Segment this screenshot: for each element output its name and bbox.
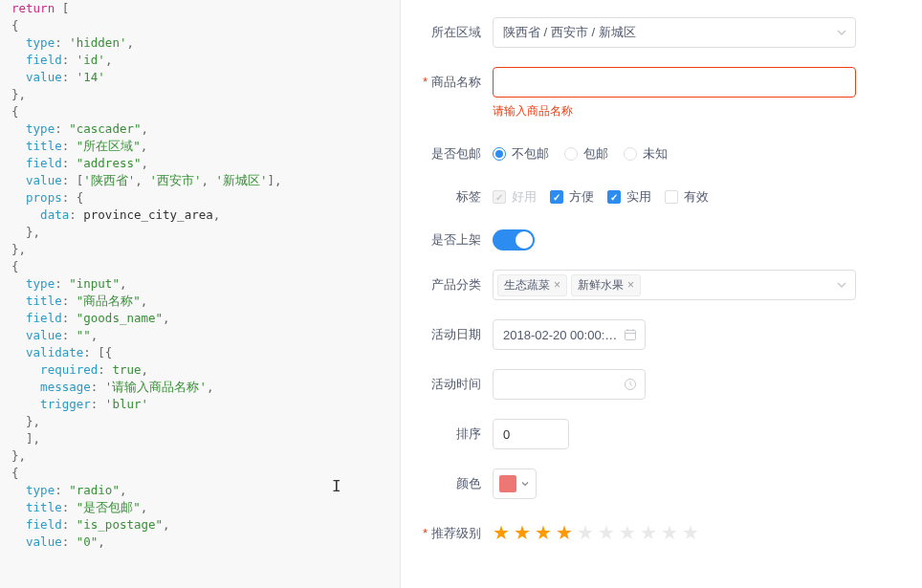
label-region: 所在区域 xyxy=(401,17,493,41)
radio-circle-icon xyxy=(493,147,506,161)
checkbox-label: 实用 xyxy=(626,188,651,206)
field-sort: 排序 0 xyxy=(401,419,899,449)
label-tags: 标签 xyxy=(401,182,493,206)
form-panel: 所在区域 陕西省 / 西安市 / 新城区 *商品名称 请输入商品名称 是否包邮 … xyxy=(401,0,922,588)
postage-radio-group: 不包邮包邮未知 xyxy=(493,139,899,163)
label-color: 颜色 xyxy=(401,468,493,492)
switch-knob xyxy=(516,231,533,249)
act-date-value: 2018-02-20 00:00:00 - xyxy=(503,328,618,342)
tags-checkbox-group: ✓好用✓方便✓实用有效 xyxy=(493,182,899,206)
field-region: 所在区域 陕西省 / 西安市 / 新城区 xyxy=(401,17,899,48)
field-act-date: 活动日期 2018-02-20 00:00:00 - xyxy=(401,319,899,350)
label-sort: 排序 xyxy=(401,419,493,443)
checkbox-label: 好用 xyxy=(512,188,537,206)
chevron-down-icon xyxy=(520,479,530,489)
star-2[interactable]: ★ xyxy=(514,521,531,544)
radio-label: 包邮 xyxy=(583,145,608,163)
star-6[interactable]: ★ xyxy=(598,521,615,544)
field-category: 产品分类 生态蔬菜×新鲜水果× xyxy=(401,270,899,300)
label-postage: 是否包邮 xyxy=(401,139,493,163)
radio-label: 未知 xyxy=(643,145,668,163)
checkbox-方便[interactable]: ✓方便 xyxy=(550,188,594,206)
label-category: 产品分类 xyxy=(401,270,493,294)
code-panel: return [{ type: 'hidden', field: 'id', v… xyxy=(0,0,400,588)
tag-label: 生态蔬菜 xyxy=(504,277,550,294)
chevron-down-icon xyxy=(836,27,847,38)
goods-name-input[interactable] xyxy=(493,67,856,98)
rate-stars[interactable]: ★★★★★★★★★★ xyxy=(493,518,899,544)
field-goods-name: *商品名称 请输入商品名称 xyxy=(401,67,899,120)
text-cursor-icon: I xyxy=(332,478,341,495)
label-rate: *推荐级别 xyxy=(401,518,493,542)
star-4[interactable]: ★ xyxy=(556,521,573,544)
radio-不包邮[interactable]: 不包邮 xyxy=(493,145,549,163)
checkbox-label: 方便 xyxy=(569,188,594,206)
goods-name-error: 请输入商品名称 xyxy=(493,103,899,120)
star-8[interactable]: ★ xyxy=(640,521,657,544)
category-select[interactable]: 生态蔬菜×新鲜水果× xyxy=(493,270,856,300)
checkbox-好用: ✓好用 xyxy=(493,188,537,206)
label-on-shelf: 是否上架 xyxy=(401,225,493,249)
star-7[interactable]: ★ xyxy=(619,521,636,544)
close-icon[interactable]: × xyxy=(627,278,634,292)
field-rate: *推荐级别 ★★★★★★★★★★ xyxy=(401,518,899,544)
radio-label: 不包邮 xyxy=(512,145,549,163)
label-act-date: 活动日期 xyxy=(401,319,493,343)
region-cascader[interactable]: 陕西省 / 西安市 / 新城区 xyxy=(493,17,856,48)
sort-value: 0 xyxy=(503,427,510,442)
star-5[interactable]: ★ xyxy=(577,521,594,544)
field-act-time: 活动时间 xyxy=(401,369,899,400)
color-picker[interactable] xyxy=(493,468,537,499)
checkbox-实用[interactable]: ✓实用 xyxy=(607,188,651,206)
checkbox-icon: ✓ xyxy=(493,190,506,204)
checkbox-icon: ✓ xyxy=(550,190,563,204)
code-listing: return [{ type: 'hidden', field: 'id', v… xyxy=(11,0,388,551)
checkbox-有效[interactable]: 有效 xyxy=(665,188,709,206)
sort-input[interactable]: 0 xyxy=(493,419,569,449)
label-goods-name: *商品名称 xyxy=(401,67,493,91)
region-value: 陕西省 / 西安市 / 新城区 xyxy=(503,24,636,41)
chevron-down-icon xyxy=(836,279,847,291)
tag-生态蔬菜: 生态蔬菜× xyxy=(497,274,567,296)
star-10[interactable]: ★ xyxy=(682,521,699,544)
radio-未知[interactable]: 未知 xyxy=(624,145,668,163)
on-shelf-switch[interactable] xyxy=(493,229,535,250)
star-1[interactable]: ★ xyxy=(493,521,510,544)
act-date-input[interactable]: 2018-02-20 00:00:00 - xyxy=(493,319,646,350)
color-swatch xyxy=(499,475,516,492)
field-tags: 标签 ✓好用✓方便✓实用有效 xyxy=(401,182,899,206)
field-color: 颜色 xyxy=(401,468,899,499)
radio-包邮[interactable]: 包邮 xyxy=(564,145,608,163)
field-on-shelf: 是否上架 xyxy=(401,225,899,250)
calendar-icon xyxy=(624,328,637,341)
checkbox-icon: ✓ xyxy=(607,190,621,204)
tag-label: 新鲜水果 xyxy=(578,277,624,294)
tag-新鲜水果: 新鲜水果× xyxy=(571,274,641,296)
radio-circle-icon xyxy=(564,147,578,161)
svg-rect-0 xyxy=(626,331,636,340)
field-postage: 是否包邮 不包邮包邮未知 xyxy=(401,139,899,163)
radio-circle-icon xyxy=(624,147,637,161)
star-3[interactable]: ★ xyxy=(535,521,552,544)
clock-icon xyxy=(624,378,637,391)
star-9[interactable]: ★ xyxy=(661,521,678,544)
act-time-input[interactable] xyxy=(493,369,646,400)
label-act-time: 活动时间 xyxy=(401,369,493,393)
close-icon[interactable]: × xyxy=(554,278,560,292)
checkbox-label: 有效 xyxy=(684,188,709,206)
checkbox-icon xyxy=(665,190,678,204)
